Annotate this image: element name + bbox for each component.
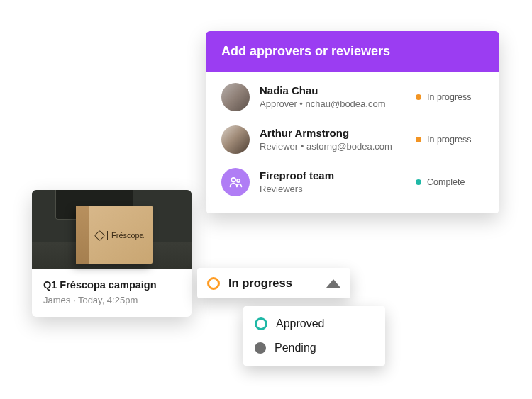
brand-sep: [107, 231, 108, 240]
status-label: In progress: [427, 135, 472, 145]
svg-point-0: [231, 178, 235, 182]
campaign-timestamp: Today, 4:25pm: [78, 295, 138, 305]
approver-role: Approver: [260, 99, 297, 109]
approver-role: Reviewers: [260, 184, 303, 194]
campaign-meta: James · Today, 4:25pm: [43, 295, 180, 305]
status-label: In progress: [427, 92, 472, 102]
status-dot-icon: [416, 137, 421, 142]
approver-text: Arthur Armstrong Reviewer • astorng@bode…: [260, 127, 406, 153]
status-ring-icon: [255, 317, 267, 330]
campaign-author: James: [43, 295, 70, 305]
approver-status: In progress: [416, 135, 484, 145]
status-dot-icon: [255, 342, 266, 354]
status-dot-icon: [416, 94, 421, 100]
status-dropdown[interactable]: In progress: [197, 268, 350, 298]
approvers-panel-title: Add approvers or reviewers: [206, 31, 499, 72]
brand-logo-icon: [94, 230, 106, 241]
approver-row[interactable]: Fireproof team Reviewers Complete: [206, 161, 499, 203]
campaign-meta-sep: ·: [70, 295, 78, 305]
approver-row[interactable]: Arthur Armstrong Reviewer • astorng@bode…: [206, 118, 499, 161]
status-label: Complete: [427, 177, 465, 187]
approver-email: astorng@bodea.com: [306, 141, 392, 152]
approvers-panel: Add approvers or reviewers Nadia Chau Ap…: [206, 31, 499, 213]
status-dot-icon: [416, 179, 421, 185]
team-avatar: [221, 168, 250, 196]
status-option-label: Approved: [276, 317, 325, 330]
status-option-approved[interactable]: Approved: [243, 312, 385, 336]
approver-row[interactable]: Nadia Chau Approver • nchau@bodea.com In…: [206, 76, 499, 118]
approver-text: Fireproof team Reviewers: [260, 169, 406, 196]
approver-meta: Reviewers: [260, 184, 406, 195]
meta-sep: •: [298, 141, 306, 152]
status-ring-icon: [207, 277, 220, 290]
campaign-thumbnail: Fréscopa: [32, 190, 192, 269]
campaign-title: Q1 Fréscopa campaign: [43, 279, 180, 291]
approvers-list: Nadia Chau Approver • nchau@bodea.com In…: [206, 72, 499, 213]
approver-name: Nadia Chau: [260, 84, 406, 98]
status-dropdown-selected: In progress: [228, 276, 318, 290]
avatar: [221, 83, 250, 111]
approver-status: Complete: [416, 177, 484, 187]
avatar: [221, 125, 250, 154]
approver-email: nchau@bodea.com: [306, 99, 386, 109]
status-option-label: Pending: [275, 342, 316, 354]
svg-point-1: [237, 179, 240, 182]
approver-name: Arthur Armstrong: [260, 127, 406, 140]
approver-name: Fireproof team: [260, 169, 406, 183]
approver-status: In progress: [416, 92, 484, 102]
approver-meta: Approver • nchau@bodea.com: [260, 99, 406, 110]
approver-role: Reviewer: [260, 141, 298, 152]
campaign-body: Q1 Fréscopa campaign James · Today, 4:25…: [32, 269, 192, 317]
status-option-pending[interactable]: Pending: [243, 336, 385, 360]
brand-name: Fréscopa: [111, 231, 144, 240]
approver-text: Nadia Chau Approver • nchau@bodea.com: [260, 84, 406, 111]
status-dropdown-menu: Approved Pending: [243, 306, 385, 366]
approver-meta: Reviewer • astorng@bodea.com: [260, 141, 406, 152]
team-icon: [228, 174, 243, 190]
box-brand: Fréscopa: [96, 231, 144, 240]
meta-sep: •: [297, 99, 306, 109]
thumb-box: Fréscopa: [76, 206, 153, 264]
campaign-card[interactable]: Fréscopa Q1 Fréscopa campaign James · To…: [32, 190, 192, 317]
chevron-up-icon: [326, 279, 340, 288]
